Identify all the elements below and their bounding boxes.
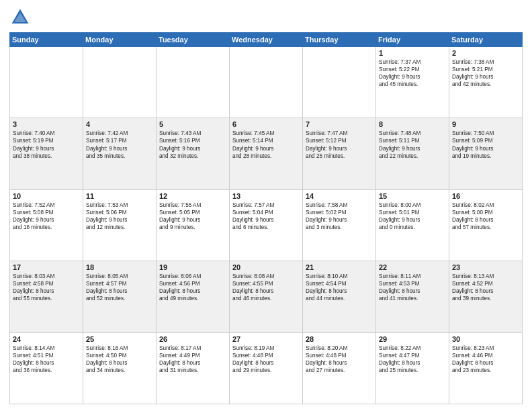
day-number: 17 <box>13 263 80 271</box>
day-cell: 17Sunrise: 8:03 AM Sunset: 4:58 PM Dayli… <box>10 261 83 332</box>
day-cell: 4Sunrise: 7:42 AM Sunset: 5:17 PM Daylig… <box>83 118 157 189</box>
day-number: 29 <box>379 335 446 343</box>
day-number: 1 <box>379 49 446 57</box>
day-info: Sunrise: 8:23 AM Sunset: 4:46 PM Dayligh… <box>452 345 519 374</box>
week-row-4: 17Sunrise: 8:03 AM Sunset: 4:58 PM Dayli… <box>10 261 523 332</box>
day-info: Sunrise: 8:05 AM Sunset: 4:57 PM Dayligh… <box>86 273 153 302</box>
day-cell <box>157 47 230 118</box>
weekday-header-tuesday: Tuesday <box>157 33 230 47</box>
day-info: Sunrise: 7:50 AM Sunset: 5:09 PM Dayligh… <box>452 130 519 159</box>
day-number: 8 <box>379 120 446 128</box>
day-info: Sunrise: 8:20 AM Sunset: 4:48 PM Dayligh… <box>306 345 373 374</box>
day-number: 24 <box>13 335 80 343</box>
weekday-header-thursday: Thursday <box>303 33 376 47</box>
week-row-3: 10Sunrise: 7:52 AM Sunset: 5:08 PM Dayli… <box>10 189 523 261</box>
day-info: Sunrise: 7:55 AM Sunset: 5:05 PM Dayligh… <box>159 201 226 231</box>
day-number: 25 <box>86 335 153 343</box>
weekday-header-wednesday: Wednesday <box>230 33 303 47</box>
day-info: Sunrise: 8:13 AM Sunset: 4:52 PM Dayligh… <box>452 273 519 302</box>
weekday-header-saturday: Saturday <box>449 33 523 47</box>
day-info: Sunrise: 8:19 AM Sunset: 4:48 PM Dayligh… <box>232 345 300 374</box>
day-info: Sunrise: 8:14 AM Sunset: 4:51 PM Dayligh… <box>13 345 80 374</box>
day-cell: 29Sunrise: 8:22 AM Sunset: 4:47 PM Dayli… <box>376 332 449 404</box>
day-info: Sunrise: 7:45 AM Sunset: 5:14 PM Dayligh… <box>232 130 300 159</box>
day-info: Sunrise: 7:38 AM Sunset: 5:21 PM Dayligh… <box>452 58 519 88</box>
day-cell: 15Sunrise: 8:00 AM Sunset: 5:01 PM Dayli… <box>376 189 449 261</box>
day-cell: 27Sunrise: 8:19 AM Sunset: 4:48 PM Dayli… <box>230 332 303 404</box>
logo <box>9 7 34 28</box>
day-info: Sunrise: 7:37 AM Sunset: 5:22 PM Dayligh… <box>379 58 446 88</box>
day-number: 15 <box>379 192 446 200</box>
day-cell: 30Sunrise: 8:23 AM Sunset: 4:46 PM Dayli… <box>449 332 523 404</box>
day-number: 18 <box>86 263 153 271</box>
header <box>9 7 523 28</box>
day-number: 9 <box>452 120 519 128</box>
week-row-2: 3Sunrise: 7:40 AM Sunset: 5:19 PM Daylig… <box>10 118 523 189</box>
day-cell: 8Sunrise: 7:48 AM Sunset: 5:11 PM Daylig… <box>376 118 449 189</box>
day-info: Sunrise: 7:53 AM Sunset: 5:06 PM Dayligh… <box>86 201 153 231</box>
day-cell: 3Sunrise: 7:40 AM Sunset: 5:19 PM Daylig… <box>10 118 83 189</box>
day-cell: 6Sunrise: 7:45 AM Sunset: 5:14 PM Daylig… <box>230 118 303 189</box>
day-number: 11 <box>86 192 153 200</box>
day-number: 22 <box>379 263 446 271</box>
day-number: 3 <box>13 120 80 128</box>
day-info: Sunrise: 8:06 AM Sunset: 4:56 PM Dayligh… <box>159 273 226 302</box>
day-cell <box>83 47 157 118</box>
day-info: Sunrise: 8:17 AM Sunset: 4:49 PM Dayligh… <box>159 345 226 374</box>
day-cell: 26Sunrise: 8:17 AM Sunset: 4:49 PM Dayli… <box>157 332 230 404</box>
day-cell: 19Sunrise: 8:06 AM Sunset: 4:56 PM Dayli… <box>157 261 230 332</box>
day-number: 7 <box>306 120 373 128</box>
day-cell: 11Sunrise: 7:53 AM Sunset: 5:06 PM Dayli… <box>83 189 157 261</box>
day-cell: 12Sunrise: 7:55 AM Sunset: 5:05 PM Dayli… <box>157 189 230 261</box>
day-cell: 16Sunrise: 8:02 AM Sunset: 5:00 PM Dayli… <box>449 189 523 261</box>
day-number: 23 <box>452 263 519 271</box>
day-cell: 14Sunrise: 7:58 AM Sunset: 5:02 PM Dayli… <box>303 189 376 261</box>
day-number: 13 <box>232 192 300 200</box>
day-number: 12 <box>159 192 226 200</box>
day-cell: 13Sunrise: 7:57 AM Sunset: 5:04 PM Dayli… <box>230 189 303 261</box>
day-info: Sunrise: 8:10 AM Sunset: 4:54 PM Dayligh… <box>306 273 373 302</box>
day-number: 6 <box>232 120 300 128</box>
day-cell: 2Sunrise: 7:38 AM Sunset: 5:21 PM Daylig… <box>449 47 523 118</box>
day-number: 14 <box>306 192 373 200</box>
day-info: Sunrise: 7:48 AM Sunset: 5:11 PM Dayligh… <box>379 130 446 159</box>
day-cell: 5Sunrise: 7:43 AM Sunset: 5:16 PM Daylig… <box>157 118 230 189</box>
week-row-5: 24Sunrise: 8:14 AM Sunset: 4:51 PM Dayli… <box>10 332 523 404</box>
day-cell: 1Sunrise: 7:37 AM Sunset: 5:22 PM Daylig… <box>376 47 449 118</box>
day-info: Sunrise: 8:11 AM Sunset: 4:53 PM Dayligh… <box>379 273 446 302</box>
day-cell: 7Sunrise: 7:47 AM Sunset: 5:12 PM Daylig… <box>303 118 376 189</box>
day-info: Sunrise: 8:08 AM Sunset: 4:55 PM Dayligh… <box>232 273 300 302</box>
day-cell: 21Sunrise: 8:10 AM Sunset: 4:54 PM Dayli… <box>303 261 376 332</box>
day-cell: 9Sunrise: 7:50 AM Sunset: 5:09 PM Daylig… <box>449 118 523 189</box>
day-cell: 10Sunrise: 7:52 AM Sunset: 5:08 PM Dayli… <box>10 189 83 261</box>
day-info: Sunrise: 7:47 AM Sunset: 5:12 PM Dayligh… <box>306 130 373 159</box>
weekday-header-monday: Monday <box>83 33 157 47</box>
day-info: Sunrise: 7:40 AM Sunset: 5:19 PM Dayligh… <box>13 130 80 159</box>
day-cell: 24Sunrise: 8:14 AM Sunset: 4:51 PM Dayli… <box>10 332 83 404</box>
day-info: Sunrise: 7:58 AM Sunset: 5:02 PM Dayligh… <box>306 201 373 231</box>
day-info: Sunrise: 7:42 AM Sunset: 5:17 PM Dayligh… <box>86 130 153 159</box>
day-number: 2 <box>452 49 519 57</box>
day-cell: 22Sunrise: 8:11 AM Sunset: 4:53 PM Dayli… <box>376 261 449 332</box>
day-number: 16 <box>452 192 519 200</box>
day-info: Sunrise: 8:02 AM Sunset: 5:00 PM Dayligh… <box>452 201 519 231</box>
logo-icon <box>9 7 31 28</box>
day-info: Sunrise: 7:57 AM Sunset: 5:04 PM Dayligh… <box>232 201 300 231</box>
day-number: 28 <box>306 335 373 343</box>
day-number: 10 <box>13 192 80 200</box>
day-cell: 28Sunrise: 8:20 AM Sunset: 4:48 PM Dayli… <box>303 332 376 404</box>
day-info: Sunrise: 7:43 AM Sunset: 5:16 PM Dayligh… <box>159 130 226 159</box>
day-number: 19 <box>159 263 226 271</box>
day-number: 26 <box>159 335 226 343</box>
day-cell <box>303 47 376 118</box>
day-number: 20 <box>232 263 300 271</box>
day-cell: 18Sunrise: 8:05 AM Sunset: 4:57 PM Dayli… <box>83 261 157 332</box>
weekday-header-row: SundayMondayTuesdayWednesdayThursdayFrid… <box>10 33 523 47</box>
day-cell: 25Sunrise: 8:16 AM Sunset: 4:50 PM Dayli… <box>83 332 157 404</box>
day-number: 5 <box>159 120 226 128</box>
day-info: Sunrise: 7:52 AM Sunset: 5:08 PM Dayligh… <box>13 201 80 231</box>
day-info: Sunrise: 8:22 AM Sunset: 4:47 PM Dayligh… <box>379 345 446 374</box>
day-number: 21 <box>306 263 373 271</box>
day-cell <box>230 47 303 118</box>
week-row-1: 1Sunrise: 7:37 AM Sunset: 5:22 PM Daylig… <box>10 47 523 118</box>
